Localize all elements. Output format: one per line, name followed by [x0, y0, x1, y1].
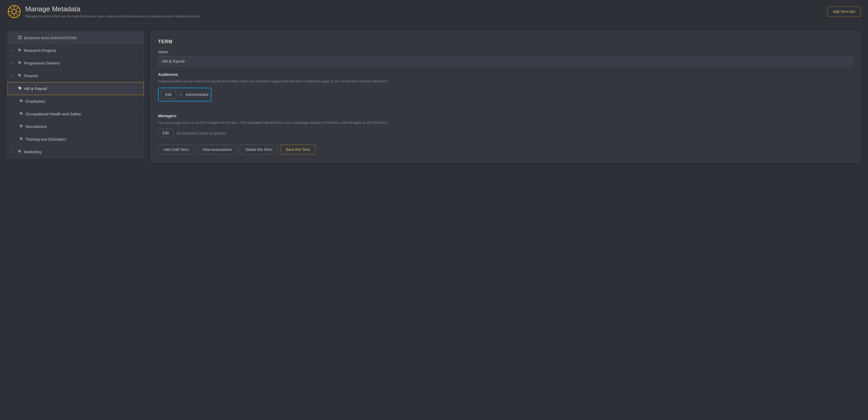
name-field-label: Name*: [158, 50, 853, 54]
research-toggle-icon: +: [12, 49, 16, 53]
tree-item-ohs[interactable]: Occupational Health and Safety: [8, 108, 144, 120]
term-panel: TERM Name* Audiences Audiences allow you…: [151, 31, 861, 162]
logo-icon: [7, 5, 21, 19]
header-text: Manage Metadata Manage the terms that ca…: [25, 5, 200, 18]
tree-root[interactable]: - Business Area (NAVIGATION): [8, 32, 144, 44]
tree-item-employees[interactable]: Employees: [8, 95, 144, 108]
tag-icon: [18, 48, 22, 53]
tag-icon: [19, 111, 23, 116]
recruitment-label: Recruitment: [26, 124, 47, 129]
managers-row: Edit No selected users or groups: [158, 129, 853, 137]
finance-label: Finance: [24, 74, 38, 78]
tree-panel: - Business Area (NAVIGATION) + Research …: [7, 31, 144, 159]
save-term-button[interactable]: Save this Term: [280, 145, 315, 155]
user-icon: ☺: [179, 92, 183, 97]
hr-payroll-label: HR & Payroll: [24, 86, 47, 91]
page-title: Manage Metadata: [25, 5, 200, 13]
audiences-edit-button[interactable]: Edit: [161, 90, 176, 99]
managers-desc: You can assign users to be the manager f…: [158, 120, 853, 125]
header-left: Manage Metadata Manage the terms that ca…: [7, 5, 200, 19]
tree-item-marketing[interactable]: + Marketing: [8, 146, 144, 158]
tree-item-research-projects[interactable]: + Research Projects: [8, 44, 144, 57]
svg-rect-12: [18, 38, 20, 39]
tree-item-hr-payroll[interactable]: - HR & Payroll: [8, 82, 144, 95]
tag-icon: [18, 149, 22, 154]
root-label: Business Area (NAVIGATION): [24, 35, 76, 40]
training-label: Training and Education: [26, 137, 66, 141]
tree-item-finance[interactable]: + Finance: [8, 69, 144, 82]
tree-item-programme-delivery[interactable]: + Programme Delivery: [8, 57, 144, 69]
managers-edit-button[interactable]: Edit: [158, 129, 173, 137]
actions-row: Add Child Term View Associations Delete …: [158, 145, 853, 155]
finance-toggle-icon: +: [12, 74, 16, 78]
tag-icon: [19, 137, 23, 142]
add-term-set-button[interactable]: Add Term Set: [827, 7, 861, 17]
no-users-label: No selected users or groups: [177, 131, 226, 135]
svg-line-6: [10, 7, 12, 10]
svg-rect-13: [20, 38, 22, 39]
delete-term-button[interactable]: Delete this Term: [240, 145, 278, 155]
tag-icon: [18, 86, 22, 91]
tree-item-training[interactable]: Training and Education: [8, 133, 144, 146]
research-projects-label: Research Projects: [24, 48, 56, 53]
programme-delivery-label: Programme Delivery: [24, 61, 60, 65]
svg-point-1: [12, 9, 16, 14]
tag-icon: [18, 61, 22, 65]
svg-rect-10: [18, 35, 20, 37]
root-toggle-icon: -: [12, 36, 16, 40]
marketing-label: Marketing: [24, 149, 41, 154]
svg-line-9: [10, 13, 12, 16]
term-panel-title: TERM: [158, 39, 853, 45]
main-content: - Business Area (NAVIGATION) + Research …: [0, 23, 868, 170]
required-star: *: [168, 50, 170, 54]
hr-toggle-icon: -: [12, 87, 16, 91]
audience-administrator-label: Administrator: [185, 92, 209, 96]
ohs-label: Occupational Health and Safety: [26, 112, 81, 116]
page-subtitle: Manage the terms that can be used to dis…: [25, 14, 200, 18]
tree-item-recruitment[interactable]: Recruitment: [8, 120, 144, 133]
employees-label: Employees: [26, 99, 45, 104]
svg-line-8: [16, 7, 19, 10]
svg-line-7: [16, 13, 19, 16]
add-child-term-button[interactable]: Add Child Term: [158, 145, 194, 155]
tag-icon: [19, 124, 23, 129]
audiences-desc: Audiences allow you to restrict the asse…: [158, 79, 853, 84]
programme-toggle-icon: +: [12, 61, 16, 65]
tag-icon: [18, 73, 22, 78]
view-associations-button[interactable]: View Associations: [197, 145, 237, 155]
svg-rect-11: [20, 35, 22, 37]
header: Manage Metadata Manage the terms that ca…: [0, 0, 868, 23]
audiences-row: Edit ☺ Administrator: [158, 88, 212, 102]
name-input[interactable]: [158, 56, 853, 66]
managers-section-label: Managers: [158, 113, 853, 118]
marketing-toggle-icon: +: [12, 150, 16, 154]
audiences-section-label: Audiences: [158, 72, 853, 77]
grid-icon: [18, 35, 22, 40]
tag-icon: [19, 99, 23, 104]
